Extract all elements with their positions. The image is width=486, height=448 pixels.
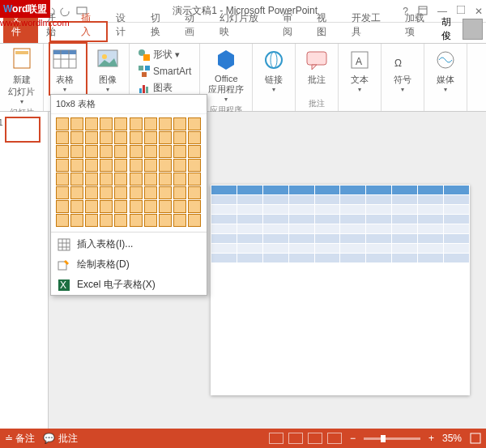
grid-cell[interactable] (114, 131, 127, 144)
grid-cell[interactable] (100, 159, 113, 172)
tab-transition[interactable]: 切换 (143, 7, 177, 43)
grid-cell[interactable] (85, 159, 98, 172)
excel-sheet-item[interactable]: XExcel 电子表格(X) (51, 275, 207, 295)
zoom-out-icon[interactable]: − (350, 433, 356, 444)
reading-view-icon[interactable] (308, 433, 322, 444)
zoom-value[interactable]: 35% (442, 433, 462, 444)
grid-cell[interactable] (144, 159, 157, 172)
grid-cell[interactable] (144, 214, 157, 227)
grid-cell[interactable] (70, 200, 83, 213)
grid-cell[interactable] (159, 117, 172, 130)
grid-cell[interactable] (100, 173, 113, 186)
grid-cell[interactable] (159, 200, 172, 213)
grid-cell[interactable] (56, 200, 69, 213)
grid-cell[interactable] (70, 131, 83, 144)
grid-cell[interactable] (173, 131, 186, 144)
grid-cell[interactable] (100, 145, 113, 158)
link-button[interactable]: 链接▾ (258, 45, 290, 95)
grid-cell[interactable] (85, 200, 98, 213)
user-name[interactable]: 胡俊 (441, 15, 460, 43)
grid-cell[interactable] (85, 131, 98, 144)
grid-cell[interactable] (173, 214, 186, 227)
table-grid-picker[interactable] (51, 114, 207, 230)
grid-cell[interactable] (70, 186, 83, 199)
grid-cell[interactable] (130, 131, 143, 144)
image-button[interactable]: 图像▾ (92, 45, 124, 95)
grid-cell[interactable] (56, 117, 69, 130)
tab-addins[interactable]: 加载项 (397, 7, 441, 43)
grid-cell[interactable] (188, 131, 201, 144)
grid-cell[interactable] (130, 159, 143, 172)
new-slide-button[interactable]: 新建 幻灯片▾ (5, 45, 38, 107)
office-apps-button[interactable]: Office 应用程序▾ (205, 45, 247, 105)
grid-cell[interactable] (100, 117, 113, 130)
grid-cell[interactable] (100, 200, 113, 213)
grid-cell[interactable] (70, 159, 83, 172)
symbol-button[interactable]: Ω符号▾ (386, 45, 419, 95)
text-button[interactable]: A文本▾ (343, 45, 376, 95)
grid-cell[interactable] (144, 131, 157, 144)
notes-button[interactable]: ≐ 备注 (5, 432, 35, 446)
grid-cell[interactable] (114, 173, 127, 186)
grid-cell[interactable] (144, 200, 157, 213)
grid-cell[interactable] (173, 117, 186, 130)
zoom-slider[interactable] (364, 437, 420, 440)
grid-cell[interactable] (130, 145, 143, 158)
slide-thumb-1[interactable]: 1 (5, 117, 40, 143)
fit-window-icon[interactable] (470, 433, 481, 444)
shapes-button[interactable]: 形状 ▾ (134, 47, 194, 62)
grid-cell[interactable] (130, 173, 143, 186)
grid-cell[interactable] (70, 214, 83, 227)
zoom-in-icon[interactable]: + (428, 433, 434, 444)
grid-cell[interactable] (56, 159, 69, 172)
grid-cell[interactable] (144, 117, 157, 130)
comment-button[interactable]: 批注 (301, 45, 333, 87)
grid-cell[interactable] (114, 117, 127, 130)
tab-animation[interactable]: 动画 (177, 7, 211, 43)
tab-view[interactable]: 视图 (309, 7, 343, 43)
grid-cell[interactable] (70, 117, 83, 130)
grid-cell[interactable] (144, 186, 157, 199)
grid-cell[interactable] (114, 159, 127, 172)
avatar[interactable] (463, 19, 483, 40)
grid-cell[interactable] (85, 173, 98, 186)
sorter-view-icon[interactable] (288, 433, 303, 444)
inserted-table[interactable] (211, 185, 470, 263)
grid-cell[interactable] (85, 145, 98, 158)
tab-design[interactable]: 设计 (108, 7, 143, 43)
draw-table-item[interactable]: 绘制表格(D) (51, 254, 207, 275)
grid-cell[interactable] (114, 214, 127, 227)
grid-cell[interactable] (70, 145, 83, 158)
grid-cell[interactable] (56, 173, 69, 186)
grid-cell[interactable] (70, 173, 83, 186)
grid-cell[interactable] (188, 159, 201, 172)
grid-cell[interactable] (130, 214, 143, 227)
grid-cell[interactable] (159, 186, 172, 199)
grid-cell[interactable] (159, 159, 172, 172)
grid-cell[interactable] (85, 117, 98, 130)
grid-cell[interactable] (173, 159, 186, 172)
grid-cell[interactable] (159, 131, 172, 144)
tab-review[interactable]: 审阅 (275, 7, 309, 43)
grid-cell[interactable] (188, 145, 201, 158)
grid-cell[interactable] (188, 214, 201, 227)
insert-table-item[interactable]: 插入表格(I)... (51, 234, 207, 254)
grid-cell[interactable] (144, 145, 157, 158)
tab-devtools[interactable]: 开发工具 (343, 7, 397, 43)
grid-cell[interactable] (144, 173, 157, 186)
tab-slideshow[interactable]: 幻灯片放映 (211, 7, 274, 43)
media-button[interactable]: 媒体▾ (429, 45, 462, 95)
grid-cell[interactable] (173, 200, 186, 213)
grid-cell[interactable] (85, 214, 98, 227)
grid-cell[interactable] (100, 186, 113, 199)
comments-button[interactable]: 💬 批注 (43, 432, 77, 446)
normal-view-icon[interactable] (269, 433, 284, 444)
grid-cell[interactable] (85, 186, 98, 199)
grid-cell[interactable] (114, 145, 127, 158)
grid-cell[interactable] (159, 214, 172, 227)
grid-cell[interactable] (56, 131, 69, 144)
grid-cell[interactable] (56, 186, 69, 199)
grid-cell[interactable] (100, 214, 113, 227)
grid-cell[interactable] (114, 200, 127, 213)
slideshow-view-icon[interactable] (327, 433, 342, 444)
